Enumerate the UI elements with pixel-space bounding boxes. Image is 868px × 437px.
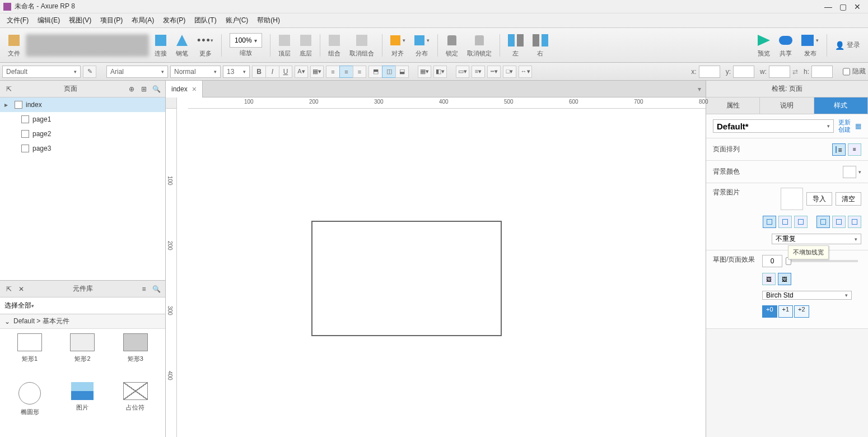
pages-add-page-icon[interactable]: ⊞ bbox=[139, 85, 148, 94]
outer-shadow-button[interactable]: ◧▾ bbox=[433, 66, 447, 78]
valign-top-button[interactable]: ⬒ bbox=[368, 66, 382, 78]
font-dropdown[interactable]: Arial▾ bbox=[106, 66, 168, 78]
lib-menu-icon[interactable]: ≡ bbox=[139, 285, 148, 294]
close-button[interactable]: ✕ bbox=[850, 2, 865, 11]
pages-search-icon[interactable]: 🔍 bbox=[152, 85, 161, 94]
pages-pin-icon[interactable]: ⇱ bbox=[4, 85, 13, 94]
sketch-value-input[interactable] bbox=[762, 255, 782, 267]
lib-category[interactable]: ⌄Default > 基本元件 bbox=[0, 314, 165, 329]
tree-item-index[interactable]: ▸index bbox=[0, 97, 165, 112]
menu-team[interactable]: 团队(T) bbox=[190, 15, 221, 26]
lib-close-icon[interactable]: ✕ bbox=[17, 285, 26, 294]
sketch-font-dropdown[interactable]: Birch Std▾ bbox=[762, 291, 852, 300]
sketch-slider[interactable] bbox=[786, 260, 858, 262]
tool-left[interactable]: 左 bbox=[505, 32, 527, 58]
style-name-dropdown[interactable]: Default*▾ bbox=[713, 119, 834, 133]
bg-pos-5[interactable] bbox=[832, 216, 846, 228]
tool-align[interactable]: ▾对齐 bbox=[387, 32, 409, 58]
tab-index[interactable]: index× bbox=[166, 81, 203, 97]
canvas[interactable] bbox=[177, 109, 706, 437]
tool-right[interactable]: 右 bbox=[529, 32, 552, 58]
tool-zoom[interactable]: 100%▾ 缩放 bbox=[226, 33, 265, 57]
bg-pos-2[interactable] bbox=[778, 216, 792, 228]
page-align-left[interactable]: ≡ bbox=[832, 143, 846, 156]
import-button[interactable]: 导入 bbox=[806, 192, 832, 206]
valign-bottom-button[interactable]: ⬓ bbox=[395, 66, 409, 78]
tree-item-page3[interactable]: page3 bbox=[0, 141, 165, 156]
valign-middle-button[interactable]: ◫ bbox=[382, 66, 395, 78]
lib-item-rect1[interactable]: 矩形1 bbox=[4, 333, 55, 380]
h-input[interactable] bbox=[811, 66, 833, 78]
create-link[interactable]: 创建 bbox=[838, 126, 851, 133]
canvas-rectangle[interactable] bbox=[311, 221, 502, 336]
tool-share[interactable]: 共享 bbox=[776, 32, 796, 58]
menu-edit[interactable]: 编辑(E) bbox=[33, 15, 64, 26]
tool-top[interactable]: 顶层 bbox=[275, 32, 294, 58]
tool-bottom[interactable]: 底层 bbox=[296, 32, 315, 58]
maximize-button[interactable]: ▢ bbox=[836, 2, 850, 11]
tool-lock[interactable]: 锁定 bbox=[442, 32, 461, 58]
menu-account[interactable]: 账户(C) bbox=[221, 15, 253, 26]
page-align-center[interactable]: ≡ bbox=[848, 143, 861, 156]
linewidth-0[interactable]: +0 bbox=[762, 305, 777, 318]
menu-layout[interactable]: 布局(A) bbox=[127, 15, 158, 26]
w-input[interactable] bbox=[769, 66, 790, 78]
menu-file[interactable]: 文件(F) bbox=[2, 15, 33, 26]
y-input[interactable] bbox=[733, 66, 754, 78]
menu-view[interactable]: 视图(V) bbox=[64, 15, 96, 26]
bg-pos-6[interactable] bbox=[848, 216, 861, 228]
clear-button[interactable]: 清空 bbox=[836, 192, 861, 206]
pages-add-folder-icon[interactable]: ⊕ bbox=[127, 85, 136, 94]
border-style-button[interactable]: ┅▾ bbox=[487, 66, 501, 78]
style-edit-icon[interactable]: ✎ bbox=[83, 66, 96, 78]
minimize-button[interactable]: — bbox=[821, 2, 836, 11]
align-right-button[interactable]: ≡ bbox=[353, 66, 366, 78]
lib-item-image[interactable]: 图片 bbox=[57, 382, 108, 433]
bg-pos-4[interactable] bbox=[816, 216, 830, 228]
lib-search-icon[interactable]: 🔍 bbox=[152, 285, 161, 294]
extra-color-button[interactable]: ▦▾ bbox=[310, 66, 324, 78]
update-link[interactable]: 更新 bbox=[838, 119, 851, 126]
italic-button[interactable]: I bbox=[265, 66, 279, 78]
tab-properties[interactable]: 属性 bbox=[706, 97, 760, 114]
lib-item-rect3[interactable]: 矩形3 bbox=[110, 333, 161, 380]
x-input[interactable] bbox=[699, 66, 720, 78]
linewidth-1[interactable]: +1 bbox=[778, 305, 794, 318]
text-color-button[interactable]: A▾ bbox=[295, 66, 308, 78]
tab-dropdown-icon[interactable]: ▾ bbox=[693, 85, 706, 93]
bg-pos-3[interactable] bbox=[794, 216, 808, 228]
menu-publish[interactable]: 发布(P) bbox=[158, 15, 190, 26]
style-dropdown[interactable]: Default▾ bbox=[2, 66, 81, 78]
lib-item-ellipse[interactable]: 椭圆形 bbox=[4, 382, 55, 433]
border-color-button[interactable]: ▭▾ bbox=[456, 66, 469, 78]
menu-project[interactable]: 项目(P) bbox=[96, 15, 127, 26]
fill-button[interactable]: ▦▾ bbox=[418, 66, 431, 78]
tool-login[interactable]: 👤 登录 bbox=[832, 38, 864, 53]
color-mode-1[interactable]: 🖼 bbox=[762, 273, 776, 285]
style-manage-icon[interactable]: ▦ bbox=[855, 122, 861, 130]
tool-preview[interactable]: 预览 bbox=[754, 32, 773, 58]
bg-pos-1[interactable] bbox=[763, 216, 776, 228]
tool-unlock[interactable]: 取消锁定 bbox=[464, 32, 495, 58]
lib-selector-dropdown[interactable]: 选择全部▾ bbox=[4, 301, 161, 310]
border-width-button[interactable]: ≡▾ bbox=[472, 66, 485, 78]
bold-button[interactable]: B bbox=[252, 66, 265, 78]
align-left-button[interactable]: ≡ bbox=[326, 66, 339, 78]
align-center-button[interactable]: ≡ bbox=[339, 66, 353, 78]
tool-distribute[interactable]: ▾分布 bbox=[411, 32, 433, 58]
tab-style[interactable]: 样式 bbox=[814, 97, 868, 114]
tool-more[interactable]: •••▾ 更多 bbox=[194, 32, 217, 58]
lib-item-rect2[interactable]: 矩形2 bbox=[57, 333, 108, 380]
arrow-button[interactable]: ↔▾ bbox=[519, 66, 532, 78]
tree-item-page2[interactable]: page2 bbox=[0, 127, 165, 141]
linewidth-2[interactable]: +2 bbox=[794, 305, 809, 318]
border-visibility-button[interactable]: □▾ bbox=[503, 66, 516, 78]
repeat-dropdown[interactable]: 不重复▾ bbox=[772, 234, 861, 244]
hidden-checkbox[interactable] bbox=[843, 66, 850, 78]
tab-notes[interactable]: 说明 bbox=[760, 97, 814, 114]
size-dropdown[interactable]: 13▾ bbox=[223, 66, 250, 78]
tool-publish[interactable]: ▾发布 bbox=[798, 32, 822, 58]
tool-group-btn[interactable]: 组合 bbox=[325, 32, 344, 58]
menu-help[interactable]: 帮助(H) bbox=[253, 15, 284, 26]
tool-file[interactable]: 文件 bbox=[4, 32, 24, 58]
